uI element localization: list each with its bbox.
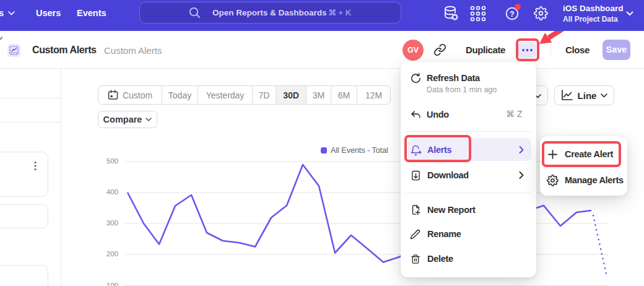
svg-text:?: ? (510, 10, 514, 19)
